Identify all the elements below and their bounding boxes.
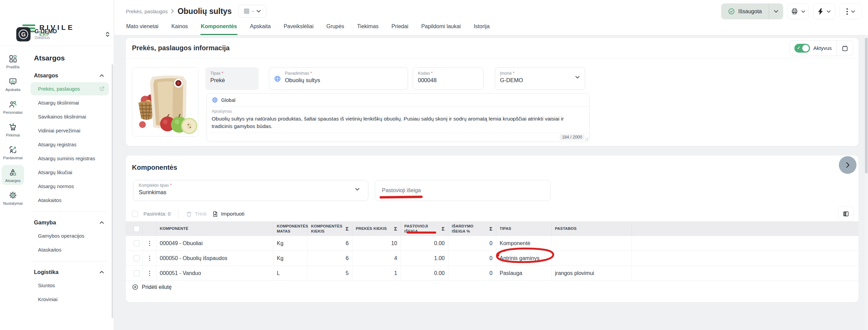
delete-button[interactable]: Trinti (186, 211, 207, 217)
field-label: Įmonė * (500, 71, 580, 76)
sidebar-item-prekes-paslaugos[interactable]: Prekės, paslaugos (31, 82, 109, 95)
main-area: Prekės, paslaugos Obuolių sultys - Išsau… (114, 0, 868, 330)
sidebar-item-gamyba-ataskaitos[interactable]: Ataskaitos (31, 243, 109, 256)
tab-komponentes[interactable]: Komponentės (200, 20, 237, 35)
sidebar-item-atsargu-tikslinimai[interactable]: Atsargų tikslinimai (31, 96, 109, 109)
section-label: Logistika (34, 269, 58, 275)
row-menu-button[interactable] (143, 251, 156, 266)
sidebar-item-label: Savikainos tikslinimai (38, 114, 86, 120)
variant-dropdown[interactable]: - (238, 5, 266, 18)
sidebar-item-ataskaitos[interactable]: Ataskaitos (31, 194, 109, 207)
kodas-field[interactable]: Kodas * 000048 (413, 67, 484, 90)
description-box: Global Aprašymas Obuolių sultys yra natū… (207, 93, 590, 142)
tab-apskaita[interactable]: Apskaita (250, 20, 271, 35)
required-asterisk: * (222, 71, 223, 75)
actions-button[interactable] (813, 3, 835, 19)
rail-item-pardavimai[interactable]: Pardavimai (2, 142, 24, 162)
sidebar-section-logistika[interactable]: Logistika (31, 266, 109, 278)
info-card-header: Prekės, paslaugos informacija ✓ Aktyvus (126, 38, 859, 58)
people-icon (8, 100, 17, 109)
sidebar-section-gamyba[interactable]: Gamyba (31, 217, 109, 228)
row-checkbox[interactable] (134, 270, 140, 276)
pavadinimas-field[interactable]: Pavadinimas * Obuolių sultys (269, 67, 408, 90)
sidebar-item-siuntos[interactable]: Siuntos (31, 279, 109, 292)
sigma-icon[interactable]: Σ (489, 225, 493, 232)
rail-item-pradzia[interactable]: Pradžia (2, 51, 24, 71)
sidebar-item-atsargu-registras[interactable]: Atsargų registras (31, 138, 109, 151)
left-body: Pradžia Apskaita (0, 47, 114, 330)
pastovioji-iseiga-field[interactable]: Pastovioji išeiga (375, 180, 551, 201)
calendar-icon (842, 45, 848, 52)
sigma-icon[interactable]: Σ (346, 225, 349, 232)
saved-button-main[interactable]: Išsaugota (721, 3, 769, 19)
cell-matas: Kg (273, 251, 308, 266)
sigma-icon[interactable]: Σ (394, 225, 397, 232)
saved-dropdown-caret[interactable] (769, 3, 783, 19)
header-checkbox[interactable] (134, 226, 140, 232)
description-textarea[interactable]: Aprašymas Obuolių sultys yra natūralus p… (207, 107, 589, 133)
saved-button[interactable]: Išsaugota (721, 3, 783, 19)
print-button[interactable] (788, 3, 809, 19)
calendar-button[interactable] (836, 41, 853, 56)
sidebar-scrollbar[interactable] (112, 64, 113, 318)
sidebar-item-atsargu-likuciai[interactable]: Atsargų likučiai (31, 166, 109, 179)
select-all-checkbox[interactable] (132, 211, 138, 217)
sidebar-item-kroviniai[interactable]: Kroviniai (31, 293, 109, 306)
row-checkbox[interactable] (134, 240, 140, 246)
more-menu-button[interactable] (840, 3, 862, 19)
rail-item-apskaita[interactable]: Apskaita (2, 74, 24, 94)
rail-item-atsargos[interactable]: Atsargos (2, 165, 24, 185)
avatar: G (16, 27, 31, 41)
active-toggle[interactable]: ✓ Aktyvus (790, 44, 836, 53)
page-scrollbar[interactable] (864, 36, 868, 330)
row-menu-button[interactable] (143, 266, 156, 281)
language-tab-global[interactable]: Global (221, 97, 235, 103)
tipas-field[interactable]: Tipas * Prekė (205, 67, 259, 90)
tab-mato-vienetai[interactable]: Mato vienetai (126, 20, 159, 35)
col-tipas: TIPAS (496, 221, 552, 236)
kebab-icon (149, 256, 150, 261)
sidebar-item-savikainos-tikslinimai[interactable]: Savikainos tikslinimai (31, 110, 109, 123)
rail-label: Pardavimai (3, 156, 23, 160)
account-switcher[interactable]: G G-DEMO Giedrius (16, 26, 110, 42)
cell-kiekis: 5 (308, 266, 352, 281)
rail-item-nustatymai[interactable]: Nustatymai (2, 188, 24, 208)
resize-handle[interactable] (585, 137, 589, 141)
tab-priedai[interactable]: Priedai (391, 20, 409, 35)
imone-select[interactable]: Įmonė * G-DEMO (495, 67, 585, 90)
tab-papildomi-laukai[interactable]: Papildomi laukai (421, 20, 461, 35)
row-checkbox[interactable] (134, 255, 140, 261)
chevron-down-icon (774, 10, 778, 13)
rail-item-pirkimai[interactable]: Pirkimai (2, 120, 24, 140)
toggle-switch[interactable]: ✓ (794, 44, 810, 53)
required-asterisk: * (513, 71, 514, 75)
field-label: Pavadinimas * (285, 71, 403, 76)
breadcrumb-parent-link[interactable]: Prekės, paslaugos (126, 8, 168, 14)
tab-tiekimas[interactable]: Tiekimas (357, 20, 379, 35)
cell-prekes-kiekis: 4 (352, 251, 401, 266)
column-settings-button[interactable] (838, 206, 854, 221)
tab-kainos[interactable]: Kainos (171, 20, 188, 35)
sidebar-section-atsargos[interactable]: Atsargos (31, 70, 109, 81)
cart-icon (8, 123, 17, 131)
sidebar-item-atsargu-normos[interactable]: Atsargų normos (31, 180, 109, 193)
sidebar-item-atsargu-suminis-registras[interactable]: Atsargų suminis registras (31, 152, 109, 165)
rail-item-personalas[interactable]: Personalas (2, 97, 24, 117)
import-button[interactable]: Importuoti (212, 211, 245, 217)
product-image[interactable] (132, 67, 198, 136)
next-panel-button[interactable] (839, 156, 856, 174)
sidebar-item-gamybos-operacijos[interactable]: Gamybos operacijos (31, 229, 109, 242)
rail-label: Pirkimai (6, 133, 20, 137)
tab-paveiksleliai[interactable]: Paveikslėliai (283, 20, 314, 35)
page-scrollbar-thumb[interactable] (865, 38, 868, 173)
sigma-icon[interactable]: Σ (442, 225, 445, 232)
chevron-right-icon (171, 9, 174, 14)
sidebar-item-vidiniai-pervezimai[interactable]: Vidiniai pervežimai (31, 124, 109, 137)
komplekto-tipas-select[interactable]: Komplekto tipas * Surinkimas (133, 180, 368, 201)
tab-istorija[interactable]: Istorija (473, 20, 490, 35)
tab-grupes[interactable]: Grupės (326, 20, 344, 35)
cell-pastovioji: 0.00 (401, 236, 448, 251)
components-toolbar: Pasirinkta: 0 Trinti Importuoti (126, 206, 859, 221)
add-row-button[interactable]: Pridėti eilutę (132, 284, 172, 290)
row-menu-button[interactable] (143, 236, 156, 251)
